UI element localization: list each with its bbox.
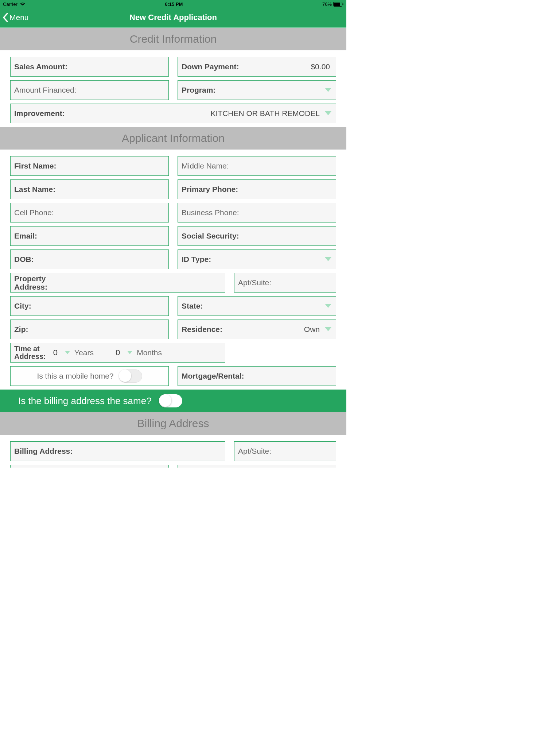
property-address-field[interactable]: Property Address: [10,273,225,293]
billing-same-toggle[interactable] [159,394,182,407]
email-label: Email: [14,232,37,240]
dob-label: DOB: [14,255,34,264]
primary-phone-label: Primary Phone: [182,185,238,194]
amount-financed-label: Amount Financed: [14,86,76,94]
svg-rect-2 [343,3,343,5]
mortgage-rental-field[interactable]: Mortgage/Rental: [178,366,336,386]
years-value: 0 [53,348,58,357]
primary-phone-field[interactable]: Primary Phone: [178,179,336,199]
months-unit: Months [137,348,162,357]
business-phone-field[interactable]: Business Phone: [178,203,336,222]
chevron-down-icon [324,256,332,262]
mobile-home-toggle[interactable] [119,369,142,383]
billing-address-field[interactable]: Billing Address: [10,441,225,461]
back-button[interactable]: Menu [0,12,29,23]
billing-same-banner: Is the billing address the same? [0,390,346,412]
mortgage-rental-label: Mortgage/Rental: [182,372,244,380]
down-payment-value: $0.00 [311,62,332,71]
chevron-left-icon [2,12,9,23]
time-at-address-field[interactable]: Time at Address: 0 Years 0 Months [10,343,225,363]
zip-label: Zip: [14,325,28,334]
chevron-down-icon [127,350,133,355]
id-type-select[interactable]: ID Type: [178,249,336,269]
middle-name-field[interactable]: Middle Name: [178,156,336,176]
down-payment-field[interactable]: Down Payment: $0.00 [178,57,336,77]
program-label: Program: [182,86,215,94]
last-name-label: Last Name: [14,185,55,194]
improvement-value: KITCHEN OR BATH REMODEL [211,109,322,118]
apt-suite-field[interactable]: Apt/Suite: [234,273,336,293]
first-name-field[interactable]: First Name: [10,156,169,176]
zip-field[interactable]: Zip: [10,320,169,339]
mobile-home-question: Is this a mobile home? [37,372,113,380]
state-label: State: [182,302,203,310]
sales-amount-field[interactable]: Sales Amount: [10,57,169,77]
carrier-label: Carrier [3,1,18,7]
svg-rect-1 [334,3,340,6]
dob-field[interactable]: DOB: [10,249,169,269]
status-bar: Carrier 6:15 PM 76% [0,0,346,8]
section-header-billing: Billing Address [0,412,346,435]
battery-percent: 76% [322,1,332,7]
mobile-home-field: Is this a mobile home? [10,366,169,386]
nav-bar: Menu New Credit Application [0,8,346,28]
partial-field[interactable] [10,465,169,468]
page-title: New Credit Application [0,13,346,22]
chevron-down-icon [324,87,332,93]
business-phone-label: Business Phone: [182,208,239,217]
chevron-down-icon [64,350,71,355]
residence-value: Own [304,325,322,334]
improvement-label: Improvement: [14,109,65,118]
first-name-label: First Name: [14,162,57,170]
billing-address-label: Billing Address: [14,447,73,456]
battery-icon [333,2,343,7]
sales-amount-label: Sales Amount: [14,62,67,71]
wifi-icon [20,2,26,6]
program-select[interactable]: Program: [178,80,336,100]
partial-field[interactable] [178,465,336,468]
months-value: 0 [116,348,120,357]
years-select[interactable]: 0 Years [53,348,94,357]
last-name-field[interactable]: Last Name: [10,179,169,199]
city-label: City: [14,302,31,310]
residence-select[interactable]: Residence: Own [178,320,336,339]
chevron-down-icon [324,326,332,332]
years-unit: Years [74,348,94,357]
billing-apt-suite-label: Apt/Suite: [238,447,271,456]
chevron-down-icon [324,111,332,116]
state-select[interactable]: State: [178,296,336,316]
cell-phone-field[interactable]: Cell Phone: [10,203,169,222]
apt-suite-label: Apt/Suite: [238,278,271,287]
down-payment-label: Down Payment: [182,62,239,71]
middle-name-label: Middle Name: [182,162,229,170]
ssn-field[interactable]: Social Security: [178,226,336,246]
billing-apt-suite-field[interactable]: Apt/Suite: [234,441,336,461]
section-header-applicant: Applicant Information [0,127,346,150]
improvement-select[interactable]: Improvement: KITCHEN OR BATH REMODEL [10,104,336,123]
property-address-label: Property Address: [14,274,47,291]
section-header-credit: Credit Information [0,28,346,50]
residence-label: Residence: [182,325,222,334]
status-time: 6:15 PM [165,1,183,7]
months-select[interactable]: 0 Months [116,348,162,357]
id-type-label: ID Type: [182,255,211,264]
city-field[interactable]: City: [10,296,169,316]
email-field[interactable]: Email: [10,226,169,246]
ssn-label: Social Security: [182,232,239,240]
chevron-down-icon [324,303,332,309]
back-label: Menu [9,13,29,22]
amount-financed-field[interactable]: Amount Financed: [10,80,169,100]
cell-phone-label: Cell Phone: [14,208,54,217]
time-at-address-label: Time at Address: [14,345,46,360]
billing-same-question: Is the billing address the same? [18,395,152,407]
